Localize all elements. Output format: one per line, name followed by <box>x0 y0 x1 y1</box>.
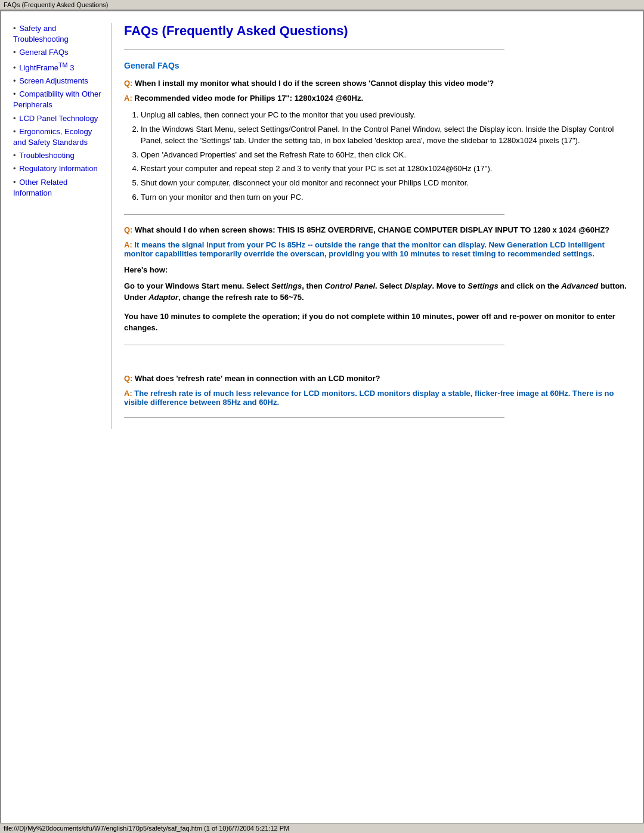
sidebar-item-regulatory[interactable]: • Regulatory Information <box>13 163 106 174</box>
a1-step-1: Unplug all cables, then connect your PC … <box>141 110 631 121</box>
q3-label: Q: <box>124 374 132 383</box>
a2-label: A: <box>124 240 132 249</box>
a3-label: A: <box>124 389 132 398</box>
a1-step-6: Turn on your monitor and then turn on yo… <box>141 192 631 203</box>
status-bar-text: file:///D|/My%20documents/dfu/W7/english… <box>4 825 289 832</box>
bullet-screen-adj: • <box>13 76 16 85</box>
bullet-regulatory: • <box>13 164 16 173</box>
q1-text: When I install my monitor what should I … <box>135 79 494 88</box>
q3-text: What does 'refresh rate' mean in connect… <box>135 374 380 383</box>
a1-steps-list: Unplug all cables, then connect your PC … <box>141 110 631 203</box>
bullet-safety: • <box>13 24 16 33</box>
ten-min-para: You have 10 minutes to complete the oper… <box>124 311 631 334</box>
bullet-general-faqs: • <box>13 48 16 57</box>
divider-2 <box>124 345 504 345</box>
bullet-compat: • <box>13 89 16 98</box>
question-2: Q: What should I do when screen shows: T… <box>124 225 631 234</box>
page-title: FAQs (Frequently Asked Questions) <box>124 23 631 39</box>
sidebar-item-safety[interactable]: • Safety and Troubleshooting <box>13 23 106 45</box>
bullet-lcd-panel: • <box>13 114 16 123</box>
q2-label: Q: <box>124 225 132 234</box>
sidebar-link-compat[interactable]: Compatibility with Other Peripherals <box>13 89 101 109</box>
sidebar-nav-list: • Safety and Troubleshooting • General F… <box>13 23 106 199</box>
bullet-troubleshoot: • <box>13 151 16 160</box>
q2-text: What should I do when screen shows: THIS… <box>135 225 609 234</box>
sidebar-link-general-faqs[interactable]: General FAQs <box>19 48 68 57</box>
a3-text: The refresh rate is of much less relevan… <box>124 389 614 407</box>
sidebar-link-lcd-panel[interactable]: LCD Panel Technology <box>19 114 98 123</box>
sidebar-item-compat[interactable]: • Compatibility with Other Peripherals <box>13 89 106 110</box>
a1-step-4: Restart your computer and repeat step 2 … <box>141 163 631 175</box>
a1-step-5: Shut down your computer, disconnect your… <box>141 178 631 189</box>
sidebar-item-lightframe[interactable]: • LightFrameTM 3 <box>13 61 106 74</box>
content-wrapper: • Safety and Troubleshooting • General F… <box>1 11 643 441</box>
title-bar: FAQs (Frequently Asked Questions) <box>0 0 644 10</box>
bullet-other: • <box>13 178 16 187</box>
a1-step-3: Open 'Advanced Properties' and set the R… <box>141 150 631 161</box>
sidebar-link-other[interactable]: Other Related Information <box>13 178 67 197</box>
question-3: Q: What does 'refresh rate' mean in conn… <box>124 374 631 383</box>
status-bar: file:///D|/My%20documents/dfu/W7/english… <box>0 823 644 833</box>
heres-how: Here's how: <box>124 265 631 274</box>
question-1: Q: When I install my monitor what should… <box>124 79 631 88</box>
sidebar-link-lightframe[interactable]: LightFrameTM 3 <box>19 63 74 72</box>
sidebar-link-ergo[interactable]: Ergonomics, Ecology and Safety Standards <box>13 127 92 147</box>
a1-label: A: <box>124 94 132 103</box>
answer-3: A: The refresh rate is of much less rele… <box>124 389 631 407</box>
sidebar-item-other[interactable]: • Other Related Information <box>13 177 106 199</box>
answer-1-header: A: Recommended video mode for Philips 17… <box>124 94 631 103</box>
top-divider <box>124 49 504 50</box>
sidebar-link-safety[interactable]: Safety and Troubleshooting <box>13 24 69 44</box>
sidebar-item-general-faqs[interactable]: • General FAQs <box>13 47 106 58</box>
divider-3 <box>124 417 504 418</box>
a1-text: Recommended video mode for Philips 17": … <box>134 94 363 103</box>
title-bar-text: FAQs (Frequently Asked Questions) <box>4 1 108 8</box>
sidebar-link-troubleshoot[interactable]: Troubleshooting <box>19 151 75 160</box>
q1-label: Q: <box>124 79 132 88</box>
sidebar-item-troubleshoot[interactable]: • Troubleshooting <box>13 150 106 161</box>
divider-1 <box>124 214 504 215</box>
sidebar-link-regulatory[interactable]: Regulatory Information <box>19 164 98 173</box>
section-heading: General FAQs <box>124 61 631 70</box>
a2-text: It means the signal input from your PC i… <box>124 240 605 258</box>
sidebar-link-screen-adj[interactable]: Screen Adjustments <box>19 76 88 85</box>
goto-para: Go to your Windows Start menu. Select Se… <box>124 280 631 304</box>
bullet-ergo: • <box>13 127 16 136</box>
sidebar-item-ergo[interactable]: • Ergonomics, Ecology and Safety Standar… <box>13 126 106 148</box>
browser-window: • Safety and Troubleshooting • General F… <box>0 10 644 833</box>
answer-2: A: It means the signal input from your P… <box>124 240 631 258</box>
a1-step-2: In the Windows Start Menu, select Settin… <box>141 124 631 147</box>
sidebar-item-screen-adj[interactable]: • Screen Adjustments <box>13 76 106 86</box>
bullet-lightframe: • <box>13 63 16 72</box>
sidebar: • Safety and Troubleshooting • General F… <box>13 23 112 429</box>
sidebar-item-lcd-panel[interactable]: • LCD Panel Technology <box>13 113 106 124</box>
main-content: FAQs (Frequently Asked Questions) Genera… <box>112 23 631 429</box>
